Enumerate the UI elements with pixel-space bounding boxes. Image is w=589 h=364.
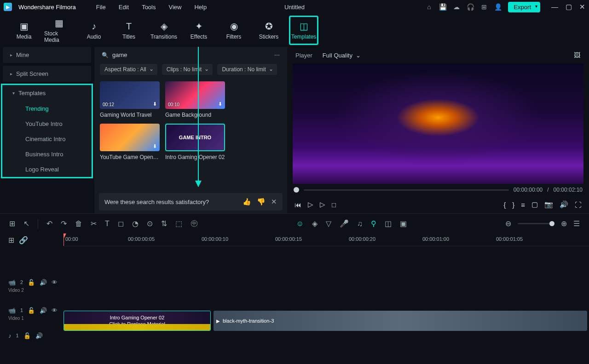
link-icon[interactable]: 🔗 xyxy=(19,236,28,245)
crop-icon[interactable]: ◻ xyxy=(118,219,124,228)
download-icon[interactable]: ⬇ xyxy=(218,101,222,107)
group-icon[interactable]: ◫ xyxy=(385,219,392,228)
text-tool-icon[interactable]: T xyxy=(105,220,110,228)
tab-audio[interactable]: ♪Audio xyxy=(79,16,109,45)
close-icon[interactable]: ✕ xyxy=(579,3,585,11)
menu-file[interactable]: File xyxy=(96,4,106,11)
sidebar-sub-youtube-intro[interactable]: YouTube Intro xyxy=(5,116,89,131)
color-icon[interactable]: ⬚ xyxy=(175,219,182,228)
mic-icon[interactable]: 🎤 xyxy=(340,219,349,228)
tab-transitions[interactable]: ◈Transitions xyxy=(149,16,179,45)
cloud-icon[interactable]: ☁ xyxy=(453,3,460,11)
stop-icon[interactable]: □ xyxy=(332,201,336,209)
zoom-out-icon[interactable]: ⊖ xyxy=(505,219,511,228)
timeline-clip-video[interactable]: ▶ black-myth-transition-3 xyxy=(214,311,587,331)
timeline-clip-template[interactable]: Intro Gaming Opener 02 Click to Replace … xyxy=(64,311,211,331)
thumbs-down-icon[interactable]: 👎 xyxy=(257,198,266,206)
track-head-audio1[interactable]: ♪1 🔓 🔊 xyxy=(0,323,64,348)
save-icon[interactable]: 💾 xyxy=(439,3,446,11)
translate-icon[interactable]: ㊥ xyxy=(191,219,198,228)
snapshot-icon[interactable]: 📷 xyxy=(544,200,553,209)
timeline-ruler[interactable]: 00:00 00:00:00:05 00:00:00:10 00:00:00:1… xyxy=(64,233,589,246)
lock-icon[interactable]: 🔓 xyxy=(28,279,35,286)
volume-icon[interactable]: 🔊 xyxy=(560,200,568,209)
sidebar-sub-logo-reveal[interactable]: Logo Reveal xyxy=(5,162,89,177)
sidebar-item-templates[interactable]: Templates xyxy=(5,85,89,101)
tab-titles[interactable]: TTitles xyxy=(114,16,144,45)
menu-view[interactable]: View xyxy=(168,4,181,11)
tab-stock-media[interactable]: ▦Stock Media xyxy=(44,16,74,45)
maximize-icon[interactable]: ▢ xyxy=(566,3,572,11)
tab-templates[interactable]: ◫Templates xyxy=(289,16,318,45)
filter-duration[interactable]: Duration : No limit xyxy=(217,64,277,75)
visibility-icon[interactable]: 👁 xyxy=(52,307,58,314)
sidebar-item-split-screen[interactable]: Split Screen xyxy=(3,66,91,82)
progress-bar[interactable] xyxy=(304,189,509,191)
play-range-icon[interactable]: ▷ xyxy=(320,200,325,209)
apps-icon[interactable]: ⊞ xyxy=(480,3,488,11)
add-track-icon[interactable]: ⊞ xyxy=(8,236,14,245)
mark-in-icon[interactable]: { xyxy=(503,201,506,209)
redo-icon[interactable]: ↷ xyxy=(61,219,67,228)
undo-icon[interactable]: ↶ xyxy=(46,219,52,228)
device-icon[interactable]: ⌂ xyxy=(425,3,433,11)
preview-window[interactable] xyxy=(293,63,583,184)
playhead[interactable] xyxy=(64,233,64,246)
audio-mixer-icon[interactable]: ♫ xyxy=(357,220,363,228)
template-tile[interactable]: GAME INTRO Intro Gaming Opener 02 xyxy=(165,124,225,160)
sidebar-sub-cinematic-intro[interactable]: Cinematic Intro xyxy=(5,131,89,147)
playhead-handle[interactable] xyxy=(294,187,299,193)
display-icon[interactable]: ▢ xyxy=(531,200,538,209)
download-icon[interactable]: ⬇ xyxy=(153,143,157,149)
mark-out-icon[interactable]: } xyxy=(512,201,514,209)
account-icon[interactable]: 👤 xyxy=(494,3,502,11)
sidebar-item-mine[interactable]: Mine xyxy=(3,47,91,63)
tool-select-icon[interactable]: ⊞ xyxy=(9,219,15,228)
tab-effects[interactable]: ✦Effects xyxy=(184,16,214,45)
mute-icon[interactable]: 🔊 xyxy=(40,279,47,286)
quality-select[interactable]: Full Quality xyxy=(321,50,364,61)
menu-tools[interactable]: Tools xyxy=(142,4,156,11)
keyframe-icon[interactable]: ◈ xyxy=(312,219,318,228)
view-options-icon[interactable]: ☰ xyxy=(573,219,580,228)
track-video2[interactable] xyxy=(64,269,589,295)
delete-icon[interactable]: 🗑 xyxy=(75,220,82,228)
tool-cursor-icon[interactable]: ↖ xyxy=(23,219,29,228)
play-icon[interactable]: ▷ xyxy=(308,200,313,209)
zoom-slider[interactable] xyxy=(518,223,554,224)
marker-icon[interactable]: ▽ xyxy=(326,219,331,228)
tab-filters[interactable]: ◉Filters xyxy=(219,16,248,45)
tab-media[interactable]: ▣Media xyxy=(9,16,39,45)
mute-icon[interactable]: 🔊 xyxy=(35,332,43,339)
template-tile[interactable]: 00:10⬇ Game Background xyxy=(165,81,225,118)
render-icon[interactable]: ≡ xyxy=(521,201,525,209)
snapshot-settings-icon[interactable]: 🖼 xyxy=(573,51,581,59)
dismiss-icon[interactable]: ✕ xyxy=(271,198,277,206)
fullscreen-icon[interactable]: ⛶ xyxy=(575,201,582,209)
download-icon[interactable]: ⬇ xyxy=(153,101,157,107)
visibility-icon[interactable]: 👁 xyxy=(52,279,58,286)
speed-icon[interactable]: ⊙ xyxy=(147,219,153,228)
zoom-in-icon[interactable]: ⊕ xyxy=(561,219,567,228)
mute-icon[interactable]: 🔊 xyxy=(40,307,47,314)
cut-icon[interactable]: ✂ xyxy=(91,219,97,228)
adjust-icon[interactable]: ⇅ xyxy=(161,219,167,228)
filter-aspect-ratio[interactable]: Aspect Ratio : All xyxy=(100,64,157,75)
template-tile[interactable]: ⬇ YouTube Game Opene... xyxy=(100,124,160,160)
prev-frame-icon[interactable]: ⏮ xyxy=(294,201,301,209)
search-input[interactable] xyxy=(112,51,271,58)
headphones-icon[interactable]: 🎧 xyxy=(467,3,474,11)
filter-clips[interactable]: Clips : No limit xyxy=(162,64,213,75)
template-tile[interactable]: 00:12⬇ Gaming World Travel xyxy=(100,81,160,118)
lock-icon[interactable]: 🔓 xyxy=(28,307,35,314)
menu-help[interactable]: Help xyxy=(194,4,207,11)
lock-icon[interactable]: 🔓 xyxy=(23,332,31,339)
mask-icon[interactable]: ◔ xyxy=(132,219,139,228)
magnet-icon[interactable]: ⚲ xyxy=(371,219,376,228)
thumbs-up-icon[interactable]: 👍 xyxy=(243,198,251,206)
export-button[interactable]: Export xyxy=(508,2,540,12)
menu-edit[interactable]: Edit xyxy=(119,4,129,11)
safe-zone-icon[interactable]: ▣ xyxy=(400,219,407,228)
minimize-icon[interactable]: — xyxy=(551,3,558,11)
ai-tool-icon[interactable]: ☺ xyxy=(296,220,304,228)
